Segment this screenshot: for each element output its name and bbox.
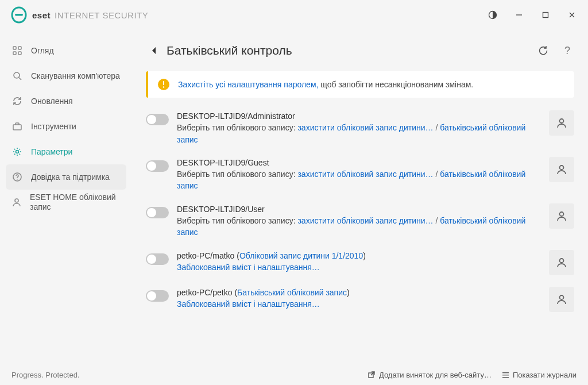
briefcase-icon <box>11 121 23 132</box>
blocked-content-link[interactable]: Заблокований вміст і налаштування… <box>177 263 320 272</box>
svg-point-20 <box>163 86 165 88</box>
svg-rect-13 <box>13 125 21 130</box>
svg-rect-9 <box>13 52 16 55</box>
app-logo: eset INTERNET SECURITY <box>10 6 148 24</box>
sidebar-item-overview[interactable]: Огляд <box>6 38 126 63</box>
account-row: petko-PC/matko (Обліковий запис дитини 1… <box>146 244 574 281</box>
account-user-button[interactable] <box>549 203 574 229</box>
refresh-icon <box>11 95 23 107</box>
account-toggle[interactable] <box>146 207 169 218</box>
account-title: petko-PC/matko (Обліковий запис дитини 1… <box>177 250 537 261</box>
svg-point-11 <box>14 72 20 78</box>
maximize-button[interactable] <box>537 7 554 23</box>
minimize-button[interactable] <box>511 7 527 23</box>
account-title: DESKTOP-ILTJID9/User <box>177 203 537 215</box>
svg-point-17 <box>15 199 18 202</box>
svg-rect-1 <box>15 14 23 16</box>
account-toggle[interactable] <box>146 160 169 172</box>
svg-rect-28 <box>502 372 509 373</box>
account-row: petko-PC/petko (Батьківський обліковий з… <box>146 281 574 318</box>
account-title: DESKTOP-ILTJID9/Administrator <box>177 110 537 122</box>
password-warning-banner: Захистіть усі налаштування паролем, щоб … <box>146 71 574 98</box>
sidebar-item-account[interactable]: ESET HOME обліковий запис <box>6 190 126 215</box>
svg-rect-19 <box>163 81 164 85</box>
sidebar-item-label: Оновлення <box>31 97 73 106</box>
eset-logo-icon <box>10 6 28 24</box>
account-title: DESKTOP-ILTJID9/Guest <box>177 157 537 168</box>
banner-link[interactable]: Захистіть усі налаштування паролем, <box>178 80 318 89</box>
account-user-button[interactable] <box>549 110 574 136</box>
external-link-icon <box>368 371 376 379</box>
help-icon[interactable]: ? <box>560 44 574 57</box>
svg-point-14 <box>16 151 19 153</box>
warning-icon <box>157 78 170 91</box>
grid-icon <box>11 45 23 56</box>
svg-line-12 <box>19 78 21 80</box>
show-logs-button[interactable]: Показати журнали <box>502 371 577 379</box>
sidebar-item-help[interactable]: Довідка та підтримка <box>6 164 126 190</box>
gear-icon <box>11 146 23 157</box>
svg-rect-7 <box>13 47 16 49</box>
account-user-button[interactable] <box>549 287 574 312</box>
contrast-icon[interactable] <box>485 7 501 23</box>
page-title: Батьківський контроль <box>167 44 292 57</box>
sidebar-item-tools[interactable]: Інструменти <box>6 114 126 139</box>
sidebar-item-label: Сканування комп'ютера <box>31 71 120 81</box>
protect-child-link[interactable]: захистити обліковий запис дитини… <box>297 216 433 225</box>
account-toggle[interactable] <box>146 114 169 125</box>
svg-rect-4 <box>543 13 548 18</box>
titlebar: eset INTERNET SECURITY <box>0 0 588 30</box>
sidebar-item-label: Огляд <box>31 46 54 56</box>
sidebar-item-label: Довідка та підтримка <box>31 172 110 182</box>
product-name: INTERNET SECURITY <box>55 10 148 20</box>
svg-point-21 <box>560 119 564 123</box>
add-exception-button[interactable]: Додати виняток для веб-сайту… <box>368 371 492 379</box>
svg-rect-8 <box>18 47 21 49</box>
sidebar-item-update[interactable]: Оновлення <box>6 88 126 114</box>
account-type-link[interactable]: Обліковий запис дитини 1/1/2010 <box>239 251 363 260</box>
account-toggle[interactable] <box>146 253 169 265</box>
list-icon <box>502 371 509 379</box>
footer-tagline: Progress. Protected. <box>11 371 80 379</box>
sidebar-item-settings[interactable]: Параметри <box>6 139 126 164</box>
reload-icon[interactable] <box>536 44 550 57</box>
help-icon <box>11 171 23 183</box>
accounts-list: DESKTOP-ILTJID9/Administrator Виберіть т… <box>146 105 574 318</box>
account-type-link[interactable]: Батьківський обліковий запис <box>237 288 347 297</box>
protect-child-link[interactable]: захистити обліковий запис дитини… <box>297 170 433 179</box>
banner-text: Захистіть усі налаштування паролем, щоб … <box>178 80 473 89</box>
svg-rect-29 <box>502 375 509 375</box>
page-header: Батьківський контроль ? <box>146 38 574 63</box>
svg-line-27 <box>371 372 374 375</box>
account-row: DESKTOP-ILTJID9/Administrator Виберіть т… <box>146 105 574 151</box>
close-button[interactable] <box>564 7 580 23</box>
account-user-button[interactable] <box>549 250 574 275</box>
brand-name: eset <box>32 10 51 20</box>
back-button[interactable] <box>146 43 162 59</box>
svg-point-22 <box>560 165 564 170</box>
account-title: petko-PC/petko (Батьківський обліковий з… <box>177 287 537 298</box>
svg-rect-30 <box>502 377 509 378</box>
account-row: DESKTOP-ILTJID9/User Виберіть тип обліко… <box>146 198 574 244</box>
blocked-content-link[interactable]: Заблокований вміст і налаштування… <box>177 299 320 309</box>
svg-rect-10 <box>18 52 21 55</box>
sidebar-item-label: ESET HOME обліковий запис <box>30 192 121 212</box>
account-user-button[interactable] <box>549 157 574 182</box>
footer: Progress. Protected. Додати виняток для … <box>0 364 588 385</box>
svg-point-16 <box>17 179 17 179</box>
user-icon <box>11 197 22 208</box>
sidebar-item-label: Параметри <box>31 147 72 157</box>
svg-point-23 <box>560 212 564 216</box>
search-icon <box>11 70 23 82</box>
protect-child-link[interactable]: захистити обліковий запис дитини… <box>297 123 433 132</box>
svg-point-25 <box>560 295 564 299</box>
main-content: Батьківський контроль ? Захистіть усі на… <box>132 30 588 364</box>
sidebar: Огляд Сканування комп'ютера Оновлення Ін… <box>0 30 132 364</box>
svg-point-24 <box>560 259 564 263</box>
account-toggle[interactable] <box>146 290 169 302</box>
sidebar-item-scan[interactable]: Сканування комп'ютера <box>6 63 126 88</box>
account-row: DESKTOP-ILTJID9/Guest Виберіть тип облік… <box>146 151 574 198</box>
sidebar-item-label: Інструменти <box>31 122 76 132</box>
